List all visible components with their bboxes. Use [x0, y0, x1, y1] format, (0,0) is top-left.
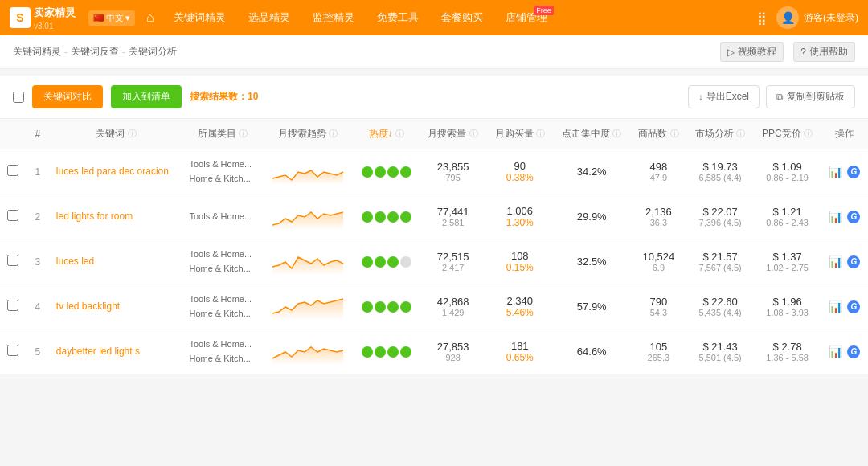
- google-icon[interactable]: G: [847, 255, 860, 268]
- row-buy-cell: 108 0.15%: [486, 239, 553, 284]
- product-sub: 36.3: [637, 218, 680, 227]
- chart-icon[interactable]: 📊: [829, 345, 842, 358]
- ppc-price: $ 1.21: [760, 206, 815, 218]
- row-checkbox[interactable]: [7, 345, 18, 356]
- row-action-cell: 📊 G: [821, 239, 868, 284]
- add-to-list-button[interactable]: 加入到清单: [111, 85, 182, 108]
- market-sub: 5,435 (4.4): [694, 308, 747, 317]
- breadcrumb-sep-2: -: [122, 47, 125, 58]
- nav-item-monitor[interactable]: 监控精灵: [305, 10, 362, 25]
- user-area[interactable]: 👤 游客(未登录): [776, 6, 858, 29]
- table-header-row: # 关键词 ⓘ 所属类目 ⓘ 月搜索趋势 ⓘ 热度↓ ⓘ 月搜索量 ⓘ 月购买量…: [0, 119, 868, 149]
- th-heat[interactable]: 热度↓ ⓘ: [353, 119, 420, 149]
- heat-dot: [387, 346, 399, 358]
- category-info-icon[interactable]: ⓘ: [239, 129, 248, 138]
- row-market-cell: $ 21.43 5,501 (4.5): [687, 329, 754, 374]
- sparkline-chart: [272, 156, 344, 185]
- google-icon[interactable]: G: [847, 345, 860, 358]
- row-checkbox[interactable]: [7, 300, 18, 311]
- keyword-text[interactable]: led lights for room: [56, 210, 177, 223]
- trend-info-icon[interactable]: ⓘ: [329, 129, 338, 138]
- table-row: 4 tv led backlight Tools & Home... Home …: [0, 284, 868, 329]
- ppc-sub: 0.86 - 2.43: [760, 218, 815, 227]
- chart-icon[interactable]: 📊: [829, 255, 842, 268]
- keyword-text[interactable]: daybetter led light s: [56, 345, 177, 358]
- export-excel-button[interactable]: ↓ 导出Excel: [688, 85, 760, 108]
- nav-item-selection[interactable]: 选品精灵: [240, 10, 298, 25]
- google-icon[interactable]: G: [847, 211, 860, 223]
- row-checkbox-cell[interactable]: [0, 329, 26, 374]
- nav-item-plan[interactable]: 套餐购买: [433, 10, 491, 25]
- breadcrumb-keyword[interactable]: 关键词精灵: [13, 45, 61, 59]
- action-icons: 📊 G: [828, 345, 862, 358]
- ppc-info-icon[interactable]: ⓘ: [804, 129, 813, 138]
- logo-icon: S: [10, 7, 31, 28]
- grid-icon[interactable]: ⣿: [757, 10, 767, 26]
- breadcrumb-sep-1: -: [64, 47, 68, 58]
- th-index: #: [26, 119, 50, 149]
- row-index: 2: [26, 194, 50, 239]
- select-all-checkbox[interactable]: [13, 92, 24, 103]
- home-icon[interactable]: ⌂: [141, 10, 159, 25]
- row-checkbox-cell[interactable]: [0, 239, 26, 284]
- row-checkbox-cell[interactable]: [0, 284, 26, 329]
- row-trend-cell: [263, 239, 353, 284]
- keyword-text[interactable]: luces led: [56, 255, 177, 268]
- row-trend-cell: [263, 284, 353, 329]
- th-checkbox: [0, 119, 26, 149]
- breadcrumb-analysis[interactable]: 关键词分析: [129, 45, 177, 59]
- table-row: 1 luces led para dec oracion Tools & Hom…: [0, 149, 868, 194]
- chart-icon[interactable]: 📊: [829, 300, 842, 313]
- sparkline-chart: [272, 246, 344, 275]
- chart-icon[interactable]: 📊: [829, 211, 842, 223]
- heat-dot: [362, 301, 373, 313]
- nav-item-tools[interactable]: 免费工具: [369, 10, 427, 25]
- compare-button[interactable]: 关键词对比: [32, 85, 103, 108]
- product-main: 10,524: [637, 251, 680, 263]
- row-checkbox[interactable]: [7, 210, 18, 221]
- nav-item-keyword[interactable]: 关键词精灵: [166, 10, 234, 25]
- video-tutorial-button[interactable]: ▷ 视频教程: [720, 42, 784, 62]
- keyword-text[interactable]: tv led backlight: [56, 300, 177, 313]
- market-price: $ 21.57: [694, 251, 747, 263]
- row-ppc-cell: $ 1.21 0.86 - 2.43: [754, 194, 821, 239]
- breadcrumb-reverse[interactable]: 关键词反查: [71, 45, 119, 59]
- product-info-icon[interactable]: ⓘ: [670, 129, 679, 138]
- buy-pct: 5.46%: [493, 307, 547, 318]
- row-click-cell: 32.5%: [553, 239, 630, 284]
- table-body: 1 luces led para dec oracion Tools & Hom…: [0, 149, 868, 374]
- buy-info-icon[interactable]: ⓘ: [536, 129, 545, 138]
- row-checkbox[interactable]: [7, 165, 18, 176]
- breadcrumb-links: 关键词精灵 - 关键词反查 - 关键词分析: [13, 45, 177, 59]
- search-info-icon[interactable]: ⓘ: [469, 129, 478, 138]
- heat-dot: [387, 211, 399, 223]
- copy-button[interactable]: ⧉ 复制到剪贴板: [766, 85, 855, 108]
- keyword-text[interactable]: luces led para dec oracion: [56, 165, 177, 178]
- click-info-icon[interactable]: ⓘ: [612, 129, 621, 138]
- product-sub: 47.9: [637, 173, 680, 182]
- result-count-label: 搜索结果数：10: [190, 90, 258, 104]
- row-heat-cell: [353, 194, 420, 239]
- help-button[interactable]: ? 使用帮助: [793, 42, 855, 62]
- nav-item-store[interactable]: 店铺管理 Free: [497, 10, 555, 25]
- search-main: 42,868: [426, 296, 480, 308]
- version-text: v3.01: [34, 22, 76, 31]
- language-button[interactable]: 🇨🇳 中文 ▾: [88, 10, 135, 26]
- keyword-info-icon[interactable]: ⓘ: [128, 129, 137, 138]
- chart-icon[interactable]: 📊: [829, 166, 842, 178]
- product-main: 2,136: [637, 206, 680, 218]
- row-checkbox-cell[interactable]: [0, 194, 26, 239]
- google-icon[interactable]: G: [847, 300, 860, 313]
- question-icon: ?: [800, 47, 806, 58]
- category-primary: Tools & Home...: [189, 247, 256, 262]
- row-category-cell: Tools & Home... Home & Kitch...: [182, 149, 262, 194]
- row-search-cell: 42,868 1,429: [420, 284, 486, 329]
- google-icon[interactable]: G: [847, 166, 860, 178]
- video-tutorial-label: 视频教程: [738, 45, 776, 59]
- row-checkbox[interactable]: [7, 255, 18, 266]
- row-product-cell: 2,136 36.3: [630, 194, 686, 239]
- heat-dots: [359, 211, 413, 223]
- row-checkbox-cell[interactable]: [0, 149, 26, 194]
- market-info-icon[interactable]: ⓘ: [736, 129, 745, 138]
- buy-main: 181: [493, 340, 547, 352]
